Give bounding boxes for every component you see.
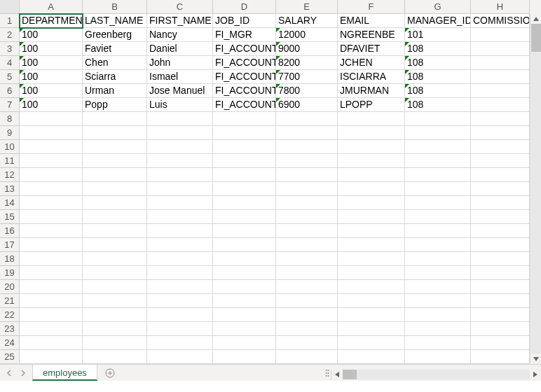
row-header[interactable]: 5: [0, 70, 20, 84]
cell[interactable]: 8200: [276, 56, 338, 70]
cell[interactable]: [83, 126, 147, 140]
sheet-tab-active[interactable]: employees: [32, 364, 97, 381]
cell[interactable]: ISCIARRA: [338, 70, 405, 84]
cell[interactable]: 100: [20, 42, 83, 56]
cell[interactable]: [147, 308, 213, 322]
row-header[interactable]: 10: [0, 140, 20, 154]
cell[interactable]: [276, 280, 338, 294]
cell[interactable]: [276, 224, 338, 238]
column-header-D[interactable]: D: [213, 0, 276, 14]
cell[interactable]: [471, 238, 530, 252]
cell[interactable]: [83, 182, 147, 196]
cell[interactable]: [83, 308, 147, 322]
cell[interactable]: [338, 238, 405, 252]
row-header[interactable]: 2: [0, 28, 20, 42]
row-header[interactable]: 19: [0, 266, 20, 280]
cell[interactable]: 7700: [276, 70, 338, 84]
cell[interactable]: [338, 224, 405, 238]
cell[interactable]: FI_ACCOUNT: [213, 98, 276, 112]
cell[interactable]: [405, 224, 471, 238]
cell[interactable]: [276, 140, 338, 154]
cell[interactable]: [405, 196, 471, 210]
row-header[interactable]: 12: [0, 168, 20, 182]
vertical-scroll-track[interactable]: [531, 24, 541, 354]
row-header[interactable]: 9: [0, 126, 20, 140]
cell[interactable]: [147, 168, 213, 182]
row-header[interactable]: 17: [0, 238, 20, 252]
cell[interactable]: [276, 252, 338, 266]
cell[interactable]: [83, 168, 147, 182]
cell[interactable]: [147, 196, 213, 210]
cell[interactable]: FIRST_NAME: [147, 14, 213, 28]
cell[interactable]: SALARY: [276, 14, 338, 28]
cell[interactable]: 101: [405, 28, 471, 42]
cell[interactable]: [147, 224, 213, 238]
cell[interactable]: [213, 252, 276, 266]
cell[interactable]: [338, 294, 405, 308]
column-header-B[interactable]: B: [83, 0, 147, 14]
row-header[interactable]: 1: [0, 14, 20, 28]
cell[interactable]: FI_ACCOUNT: [213, 56, 276, 70]
row-header[interactable]: 14: [0, 196, 20, 210]
cell[interactable]: [147, 294, 213, 308]
cell[interactable]: [213, 350, 276, 364]
cell[interactable]: Sciarra: [83, 70, 147, 84]
cell[interactable]: [276, 182, 338, 196]
cell[interactable]: LPOPP: [338, 98, 405, 112]
cell[interactable]: [20, 140, 83, 154]
cell[interactable]: JMURMAN: [338, 84, 405, 98]
cell[interactable]: [20, 154, 83, 168]
cell[interactable]: [276, 154, 338, 168]
row-header[interactable]: 7: [0, 98, 20, 112]
row-header[interactable]: 21: [0, 294, 20, 308]
cell[interactable]: 108: [405, 56, 471, 70]
cell[interactable]: [471, 322, 530, 336]
cell[interactable]: Luis: [147, 98, 213, 112]
cell[interactable]: [276, 196, 338, 210]
cell[interactable]: [213, 322, 276, 336]
cell[interactable]: [213, 280, 276, 294]
cell[interactable]: [20, 182, 83, 196]
cell[interactable]: [338, 182, 405, 196]
cell[interactable]: [20, 294, 83, 308]
cell[interactable]: [213, 224, 276, 238]
cell[interactable]: [405, 308, 471, 322]
cell[interactable]: [20, 308, 83, 322]
cell[interactable]: [83, 140, 147, 154]
cell[interactable]: 100: [20, 70, 83, 84]
cell[interactable]: [471, 336, 530, 350]
cell[interactable]: 100: [20, 84, 83, 98]
cell[interactable]: [213, 266, 276, 280]
cell[interactable]: [338, 126, 405, 140]
cell[interactable]: [405, 238, 471, 252]
cell[interactable]: 9000: [276, 42, 338, 56]
cell[interactable]: [83, 196, 147, 210]
cell[interactable]: [471, 350, 530, 364]
cell[interactable]: Nancy: [147, 28, 213, 42]
cell[interactable]: DEPARTMENT: [20, 14, 83, 28]
cell[interactable]: 108: [405, 84, 471, 98]
cell[interactable]: [338, 280, 405, 294]
cell[interactable]: [147, 280, 213, 294]
cell[interactable]: [83, 266, 147, 280]
cell[interactable]: 100: [20, 98, 83, 112]
cell[interactable]: [147, 238, 213, 252]
tab-split-handle-icon[interactable]: [324, 365, 331, 382]
cell[interactable]: [20, 266, 83, 280]
cell[interactable]: [147, 322, 213, 336]
row-header[interactable]: 23: [0, 322, 20, 336]
scroll-down-button[interactable]: [530, 354, 541, 364]
cell[interactable]: Urman: [83, 84, 147, 98]
cell[interactable]: JCHEN: [338, 56, 405, 70]
cell[interactable]: [338, 196, 405, 210]
cell[interactable]: 108: [405, 70, 471, 84]
cell[interactable]: [20, 112, 83, 126]
cell[interactable]: [276, 266, 338, 280]
cell[interactable]: [147, 210, 213, 224]
cell[interactable]: [213, 168, 276, 182]
cell[interactable]: [276, 126, 338, 140]
scroll-right-button[interactable]: [530, 370, 541, 379]
cell[interactable]: [276, 112, 338, 126]
row-header[interactable]: 3: [0, 42, 20, 56]
vertical-scrollbar[interactable]: [530, 14, 541, 364]
